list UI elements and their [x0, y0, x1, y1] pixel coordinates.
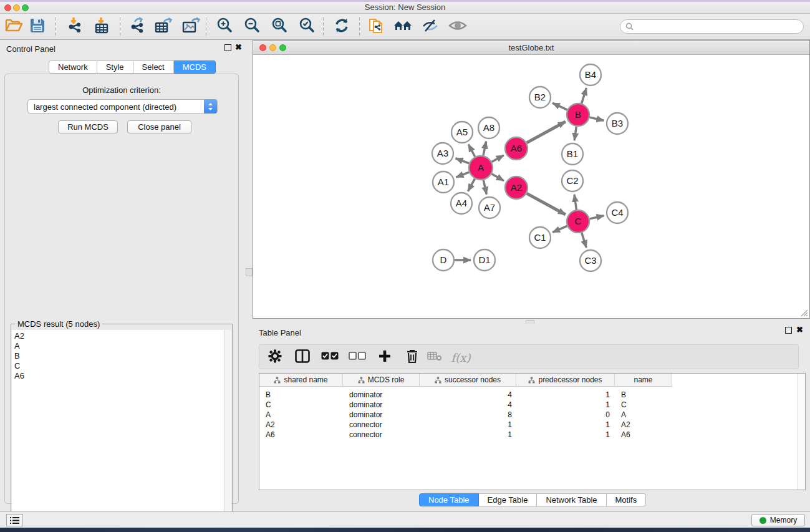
list-item[interactable]: A6 [14, 371, 223, 381]
network-canvas[interactable]: AA1A2A3A4A5A6A7A8BB1B2B3B4CC1C2C3C4DD1 [253, 55, 809, 318]
close-table-panel-icon[interactable]: ✖ [796, 325, 803, 334]
table-cell[interactable]: 1 [420, 420, 512, 430]
graph-edge-C-C1[interactable] [552, 226, 567, 232]
table-settings-button[interactable] [264, 348, 286, 367]
tab-motifs[interactable]: Motifs [607, 493, 647, 506]
table-cell[interactable]: A [621, 410, 626, 420]
table-scrollbar[interactable] [798, 374, 805, 490]
column-header-mcds-role[interactable]: MCDS role [343, 374, 420, 387]
select-all-rows-button[interactable] [319, 348, 340, 367]
table-cell[interactable]: 0 [516, 410, 610, 420]
float-panel-icon[interactable] [224, 44, 231, 51]
table-cell[interactable]: A2 [621, 420, 630, 430]
tab-edge-table[interactable]: Edge Table [479, 493, 538, 506]
column-header-predecessor-nodes[interactable]: predecessor nodes [516, 374, 615, 387]
table-cell[interactable]: connector [349, 430, 382, 440]
table-cell[interactable]: B [621, 390, 626, 400]
tab-mcds[interactable]: MCDS [174, 60, 216, 74]
table-cell[interactable]: 1 [516, 430, 610, 440]
delete-table-button[interactable] [424, 348, 445, 367]
graph-edge-A-A4[interactable] [468, 179, 475, 191]
table-cell[interactable]: dominator [349, 400, 382, 410]
graph-edge-A-A8[interactable] [483, 142, 486, 156]
tab-network-table[interactable]: Network Table [537, 493, 606, 506]
show-columns-button[interactable] [292, 348, 313, 367]
graph-edge-A-A2[interactable] [491, 174, 504, 181]
table-cell[interactable]: 4 [420, 390, 512, 400]
tab-select[interactable]: Select [133, 60, 174, 74]
export-image-button[interactable] [181, 17, 201, 36]
deselect-all-rows-button[interactable] [347, 348, 368, 367]
graph-edge-A-A7[interactable] [483, 180, 486, 195]
table-cell[interactable]: 4 [420, 400, 512, 410]
table-cell[interactable]: A [266, 410, 271, 420]
list-item[interactable]: B [14, 351, 223, 361]
close-panel-icon[interactable]: ✖ [235, 42, 242, 52]
create-column-button[interactable] [374, 348, 395, 367]
graph-edge-A6-B[interactable] [527, 122, 566, 143]
graph-edge-A-A6[interactable] [492, 155, 504, 162]
list-item[interactable]: A2 [14, 331, 223, 341]
result-scrollbar[interactable] [224, 330, 231, 532]
table-cell[interactable]: 1 [516, 420, 610, 430]
close-panel-button[interactable]: Close panel [127, 120, 191, 133]
apply-layout-button[interactable] [332, 17, 352, 36]
node-table[interactable]: shared name MCDS role successor nodes pr… [259, 373, 806, 490]
column-header-successor-nodes[interactable]: successor nodes [420, 374, 516, 387]
graph-edge-A-A1[interactable] [456, 172, 470, 177]
graph-edge-A-A5[interactable] [468, 144, 475, 157]
home-networks-button[interactable] [393, 17, 413, 36]
graph-edge-B-B3[interactable] [590, 117, 604, 120]
table-cell[interactable]: 8 [420, 410, 512, 420]
network-graph[interactable]: AA1A2A3A4A5A6A7A8BB1B2B3B4CC1C2C3C4DD1 [253, 55, 809, 318]
tab-node-table[interactable]: Node Table [419, 493, 479, 506]
hide-ui-button[interactable] [420, 17, 440, 36]
network-window-titlebar[interactable]: testGlobe.txt [253, 41, 809, 55]
float-table-panel-icon[interactable] [785, 327, 792, 334]
network-from-file-button[interactable] [367, 17, 387, 36]
table-cell[interactable]: 1 [516, 400, 610, 410]
table-cell[interactable]: B [266, 390, 271, 400]
table-cell[interactable]: C [266, 400, 271, 410]
zoom-out-button[interactable] [242, 17, 262, 36]
criterion-dropdown[interactable]: largest connected component (directed) [27, 99, 218, 114]
search-field[interactable] [620, 19, 804, 34]
export-table-button[interactable] [153, 17, 173, 36]
table-cell[interactable]: A6 [266, 430, 275, 440]
graph-edge-C-C4[interactable] [590, 216, 604, 219]
graph-edge-A-A3[interactable] [456, 158, 470, 163]
graph-edge-B-B1[interactable] [574, 127, 576, 140]
function-builder-button[interactable]: f(x) [450, 348, 471, 367]
import-network-button[interactable] [65, 17, 85, 36]
zoom-in-button[interactable] [215, 17, 234, 36]
open-session-button[interactable] [4, 17, 24, 36]
task-history-button[interactable] [6, 514, 23, 526]
export-network-button[interactable] [127, 17, 147, 36]
list-item[interactable]: C [14, 361, 223, 371]
tab-style[interactable]: Style [97, 60, 133, 74]
table-cell[interactable]: A6 [621, 430, 630, 440]
graph-edge-B-B4[interactable] [582, 88, 587, 104]
graph-edge-B-B2[interactable] [552, 103, 567, 110]
show-graphics-button[interactable] [448, 17, 468, 36]
save-session-button[interactable] [27, 17, 47, 36]
graph-edge-A2-C[interactable] [527, 193, 566, 215]
graph-edge-C-C2[interactable] [574, 195, 576, 210]
zoom-fit-button[interactable] [269, 17, 289, 36]
zoom-selected-button[interactable] [297, 17, 317, 36]
run-mcds-button[interactable]: Run MCDS [58, 120, 118, 133]
tab-network[interactable]: Network [49, 60, 97, 74]
table-cell[interactable]: A2 [266, 420, 275, 430]
column-header-shared-name[interactable]: shared name [259, 374, 343, 387]
search-input[interactable] [638, 21, 797, 32]
column-header-name[interactable]: name [615, 374, 672, 387]
table-cell[interactable]: C [621, 400, 627, 410]
delete-column-button[interactable] [402, 348, 423, 367]
graph-edge-C-C3[interactable] [582, 233, 587, 248]
mcds-result-list[interactable]: A2 A B C A6 [12, 330, 225, 532]
resize-grip-icon[interactable] [799, 308, 808, 317]
import-table-button[interactable] [92, 17, 112, 36]
memory-button[interactable]: Memory [751, 514, 805, 526]
list-item[interactable]: A [14, 341, 223, 351]
table-cell[interactable]: 1 [420, 430, 512, 440]
